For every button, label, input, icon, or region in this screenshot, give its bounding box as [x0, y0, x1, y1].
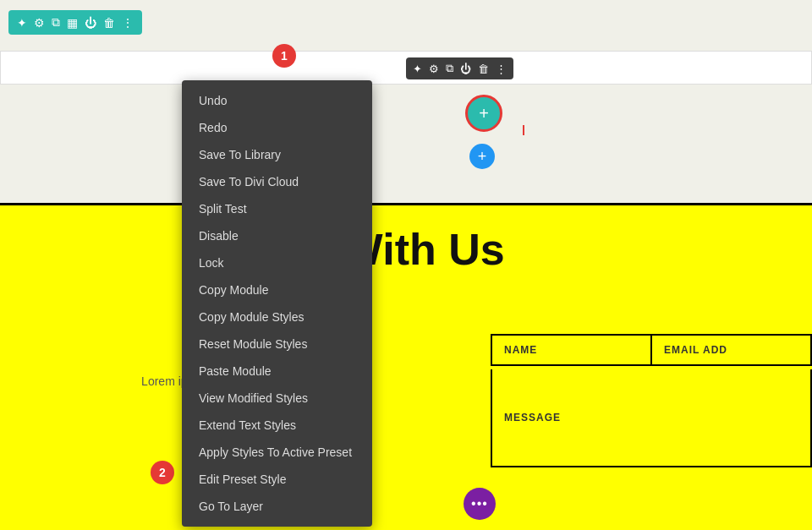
badge-2: 2 [151, 461, 174, 484]
float-more-icon[interactable]: ⋮ [496, 63, 507, 75]
duplicate-icon[interactable]: ⧉ [52, 15, 60, 30]
more-icon[interactable]: ⋮ [122, 16, 134, 30]
float-delete-icon[interactable]: 🗑 [478, 63, 489, 75]
menu-item-redo[interactable]: Redo [182, 114, 372, 141]
name-field[interactable]: NAME [491, 334, 652, 366]
top-toolbar: ✦ ⚙ ⧉ ▦ ⏻ 🗑 ⋮ [8, 10, 142, 35]
menu-item-disable[interactable]: Disable [182, 222, 372, 249]
move-icon[interactable]: ✦ [17, 16, 27, 30]
red-indicator [523, 125, 524, 135]
menu-item-paste-module[interactable]: Paste Module [182, 358, 372, 385]
delete-icon[interactable]: 🗑 [103, 16, 115, 30]
grid-icon[interactable]: ▦ [67, 16, 78, 30]
float-power-icon[interactable]: ⏻ [460, 63, 471, 75]
form-row-1: NAME EMAIL ADD [491, 334, 812, 366]
plus-icon: + [479, 105, 489, 122]
purple-dots-icon: ••• [471, 496, 488, 511]
power-icon[interactable]: ⏻ [85, 16, 96, 30]
menu-item-undo[interactable]: Undo [182, 87, 372, 114]
menu-item-save-to-divi-cloud[interactable]: Save To Divi Cloud [182, 168, 372, 195]
purple-options-button[interactable]: ••• [464, 488, 496, 520]
badge-1: 1 [272, 44, 296, 68]
menu-item-edit-preset-style[interactable]: Edit Preset Style [182, 466, 372, 493]
menu-item-lock[interactable]: Lock [182, 249, 372, 276]
beige-area [0, 85, 812, 203]
menu-item-reset-module-styles[interactable]: Reset Module Styles [182, 331, 372, 358]
menu-item-copy-module-styles[interactable]: Copy Module Styles [182, 303, 372, 331]
add-section-button[interactable]: + [469, 144, 495, 169]
floating-toolbar: ✦ ⚙ ⧉ ⏻ 🗑 ⋮ [406, 57, 513, 79]
context-menu: Undo Redo Save To Library Save To Divi C… [182, 80, 372, 527]
contact-form: NAME EMAIL ADD MESSAGE [491, 334, 812, 467]
float-move-icon[interactable]: ✦ [413, 63, 422, 75]
message-field[interactable]: MESSAGE [491, 369, 812, 467]
float-settings-icon[interactable]: ⚙ [429, 63, 439, 75]
email-field[interactable]: EMAIL ADD [652, 334, 812, 366]
menu-item-apply-styles[interactable]: Apply Styles To Active Preset [182, 439, 372, 466]
menu-item-save-to-library[interactable]: Save To Library [182, 141, 372, 168]
settings-icon[interactable]: ⚙ [34, 16, 45, 30]
menu-item-go-to-layer[interactable]: Go To Layer [182, 493, 372, 520]
menu-item-copy-module[interactable]: Copy Module [182, 276, 372, 303]
add-module-button[interactable]: + [465, 95, 502, 132]
float-duplicate-icon[interactable]: ⧉ [446, 62, 453, 75]
menu-item-split-test[interactable]: Split Test [182, 195, 372, 222]
blue-plus-icon: + [478, 149, 487, 164]
menu-item-extend-text-styles[interactable]: Extend Text Styles [182, 412, 372, 439]
menu-item-view-modified-styles[interactable]: View Modified Styles [182, 385, 372, 412]
